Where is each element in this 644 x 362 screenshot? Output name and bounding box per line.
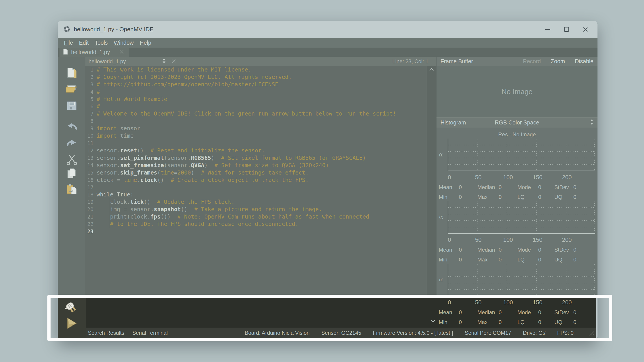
scroll-down-icon[interactable] (430, 320, 435, 324)
histogram-header: Histogram RGB Color Space (436, 117, 598, 128)
stats-row: Mean0Median0Mode0StDev0 (439, 184, 595, 191)
open-folder-icon[interactable] (66, 82, 78, 94)
code-line[interactable]: 16clock = time.clock() # Create a clock … (86, 177, 427, 184)
stat-value: 0 (459, 319, 462, 325)
stat-label: LQ (518, 319, 524, 325)
stat-value: 0 (459, 257, 462, 263)
code-line[interactable]: 1# This work is licensed under the MIT l… (86, 66, 427, 73)
copy-icon[interactable] (66, 168, 78, 180)
cut-icon[interactable] (66, 153, 78, 166)
code-editor: helloworld_1.py Line: 23, Col: 1 1# This… (86, 57, 436, 340)
undo-icon[interactable] (66, 121, 78, 133)
code-line[interactable]: 22 # to the IDE. The FPS should increase… (86, 221, 427, 228)
colorspace-updown-icon[interactable] (590, 119, 594, 126)
menu-item-edit[interactable]: Edit (79, 39, 88, 46)
paste-icon[interactable] (66, 183, 78, 196)
combo-updown-icon[interactable] (162, 58, 166, 65)
window-title: helloworld_1.py - OpenMV IDE (74, 26, 154, 33)
frame-buffer-view: No Image (436, 66, 598, 117)
connect-plug-icon[interactable] (64, 301, 79, 315)
code-line[interactable]: 21 print(clock.fps()) # Note: OpenMV Cam… (86, 213, 427, 221)
stat-label: Min (439, 194, 448, 200)
stat-value: 0 (538, 309, 541, 316)
menu-item-file[interactable]: File (64, 39, 73, 46)
code-line[interactable]: 8 (86, 117, 427, 125)
run-arrow-icon[interactable] (64, 316, 79, 330)
stat-value: 0 (459, 194, 462, 200)
status-info-item[interactable]: Sensor: GC2145 (321, 330, 361, 336)
axis-tick: 150 (533, 299, 542, 306)
channel-chart (448, 264, 595, 296)
stat-value: 0 (538, 194, 541, 200)
stat-label: UQ (554, 319, 562, 325)
status-info-item[interactable]: Firmware Version: 4.5.0 - [ latest ] (373, 330, 453, 336)
doc-close-icon[interactable] (172, 58, 176, 64)
tab-helloworld[interactable]: helloworld_1.py (60, 48, 129, 57)
code-line[interactable]: 5# Hello World Example (86, 96, 427, 103)
stat-value: 0 (499, 184, 502, 190)
stat-value: 0 (538, 319, 541, 325)
minimize-icon[interactable] (545, 29, 550, 30)
stats-row: Mean0Median0Mode0StDev0 (439, 309, 595, 317)
code-line[interactable]: 10import time (86, 132, 427, 140)
close-icon[interactable] (583, 27, 588, 32)
status-info-item[interactable]: Drive: G:/ (523, 330, 546, 336)
tabbar: helloworld_1.py (58, 48, 598, 57)
window-right-edge (596, 298, 598, 338)
open-file-combo[interactable]: helloworld_1.py (88, 58, 162, 64)
code-line[interactable]: 2# Copyright (c) 2013-2023 OpenMV LLC. A… (86, 73, 427, 81)
stat-label: LQ (518, 257, 524, 263)
code-line[interactable]: 18while True: (86, 191, 427, 198)
line-number: 10 (86, 132, 94, 140)
stats-row: Min0Max0LQ0UQ0 (439, 257, 595, 264)
code-line[interactable]: 17 (86, 184, 427, 191)
code-line[interactable]: 4# (86, 88, 427, 96)
code-line[interactable]: 12sensor.reset() # Reset and initialize … (86, 147, 427, 154)
code-line[interactable]: 7# Welcome to the OpenMV IDE! Click on t… (86, 110, 427, 117)
code-line[interactable]: 11 (86, 140, 427, 147)
menu-item-tools[interactable]: Tools (94, 39, 108, 46)
tab-close-icon[interactable] (120, 49, 124, 55)
save-icon[interactable] (66, 100, 78, 112)
maximize-icon[interactable] (564, 27, 569, 32)
code-line[interactable]: 13sensor.set_pixformat(sensor.RGB565) # … (86, 154, 427, 162)
stat-value: 0 (459, 309, 462, 316)
status-info-item[interactable]: Board: Arduino Nicla Vision (245, 330, 310, 336)
cursor-position: Line: 23, Col: 1 (392, 58, 428, 64)
new-file-icon[interactable] (66, 67, 78, 79)
histogram-channel-r: R 050100150200Mean0Median0Mode0StDev0Min… (436, 139, 598, 201)
stat-label: UQ (554, 194, 562, 200)
window-bottom-edge (58, 338, 598, 340)
stat-label: Min (439, 257, 448, 263)
stats-row: Min0Max0LQ0UQ0 (439, 319, 595, 326)
disable-button[interactable]: Disable (575, 58, 594, 64)
frame-buffer-header: Frame Buffer RecordZoomDisable (436, 57, 598, 66)
code-line[interactable]: 23 (86, 228, 427, 235)
status-tab-serial-terminal[interactable]: Serial Terminal (132, 330, 168, 336)
line-number: 15 (86, 169, 94, 177)
line-number: 23 (86, 228, 94, 235)
resize-grip[interactable] (587, 329, 594, 338)
status-info-item[interactable]: Serial Port: COM17 (465, 330, 511, 336)
stat-value: 0 (573, 184, 576, 190)
code-line[interactable]: 15sensor.skip_frames(time=2000) # Wait f… (86, 169, 427, 177)
code-line[interactable]: 3# https://github.com/openmv/openmv/blob… (86, 81, 427, 88)
file-icon (63, 48, 68, 56)
line-number: 3 (86, 81, 94, 88)
line-number: 8 (86, 117, 94, 125)
line-number: 14 (86, 162, 94, 169)
code-line[interactable]: 14sensor.set_framesize(sensor.QVGA) # Se… (86, 162, 427, 169)
menu-item-window[interactable]: Window (114, 39, 134, 46)
status-info-item[interactable]: FPS: 0 (557, 330, 574, 336)
code-line[interactable]: 19 clock.tick() # Update the FPS clock. (86, 198, 427, 206)
color-space-select[interactable]: RGB Color Space (436, 119, 598, 126)
scroll-up-icon[interactable] (429, 68, 434, 72)
zoom-button[interactable]: Zoom (551, 58, 565, 64)
code-line[interactable]: 20 img = sensor.snapshot() # Take a pict… (86, 206, 427, 213)
menu-item-help[interactable]: Help (140, 39, 151, 46)
code-line[interactable]: 6# (86, 103, 427, 110)
status-tab-search-results[interactable]: Search Results (88, 330, 124, 336)
redo-icon[interactable] (66, 138, 78, 150)
channel-axis: 050100150200 (448, 236, 595, 243)
code-line[interactable]: 9import sensor (86, 125, 427, 132)
